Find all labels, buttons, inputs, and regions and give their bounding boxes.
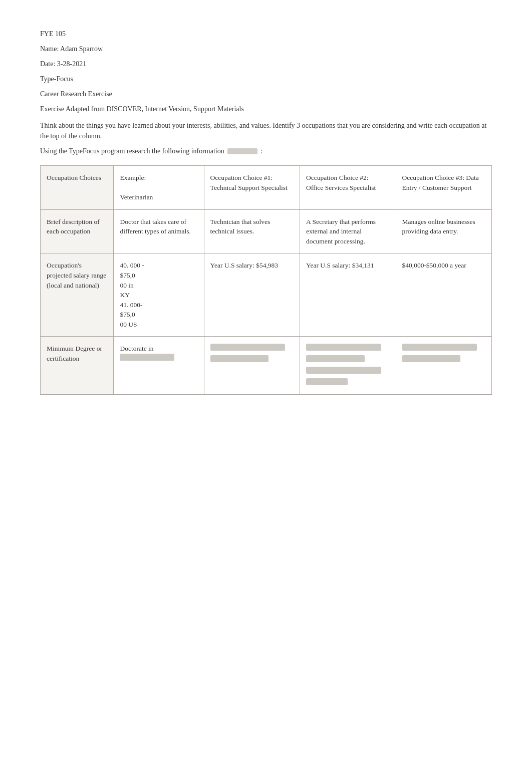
redacted-example — [120, 354, 197, 363]
table-header-row: Occupation Choices Example:Veterinarian … — [41, 166, 492, 210]
salary-choice3: $40,000-$50,000 a year — [396, 253, 492, 337]
redacted-bar — [120, 354, 174, 361]
header-section: FYE 105 Name: Adam Sparrow Date: 3-28-20… — [40, 30, 492, 155]
redacted-bar — [210, 344, 286, 351]
desc-choice3: Manages online businesses providing data… — [396, 209, 492, 253]
table-row-description: Brief description of each occupation Doc… — [41, 209, 492, 253]
redacted-bar — [402, 344, 477, 351]
table-row-salary: Occupation's projected salary range (loc… — [41, 253, 492, 337]
desc-example: Doctor that takes care of different type… — [114, 209, 204, 253]
header-col2: Example:Veterinarian — [114, 166, 204, 210]
type-focus-label: Type-Focus — [40, 75, 492, 83]
redacted-choice2 — [306, 344, 389, 387]
header-col1: Occupation Choices — [41, 166, 114, 210]
header-col4: Occupation Choice #2:Office Services Spe… — [300, 166, 396, 210]
redacted-bar — [402, 355, 461, 362]
degree-choice1 — [204, 337, 300, 395]
redacted-bar — [306, 344, 381, 351]
table-row-degree: Minimum Degree or certification Doctorat… — [41, 337, 492, 395]
using-text: Using the TypeFocus program research the… — [40, 147, 492, 155]
desc-choice1: Technician that solves technical issues. — [204, 209, 300, 253]
adapted-label: Exercise Adapted from DISCOVER, Internet… — [40, 105, 492, 113]
label-description: Brief description of each occupation — [41, 209, 114, 253]
course-code: FYE 105 — [40, 30, 492, 38]
instructions-text: Think about the things you have learned … — [40, 120, 492, 141]
salary-example: 40. 000 -$75,000 inKY41. 000-$75,000 US — [114, 253, 204, 337]
header-col5: Occupation Choice #3: Data Entry / Custo… — [396, 166, 492, 210]
redacted-bar — [306, 378, 348, 385]
degree-example: Doctorate in — [114, 337, 204, 395]
salary-choice1: Year U.S salary: $54,983 — [204, 253, 300, 337]
redacted-bar — [210, 355, 269, 362]
salary-choice2: Year U.S salary: $34,131 — [300, 253, 396, 337]
redacted-bar — [306, 367, 381, 374]
date: Date: 3-28-2021 — [40, 60, 492, 68]
redacted-choice3 — [402, 344, 486, 364]
degree-choice2 — [300, 337, 396, 395]
degree-choice3 — [396, 337, 492, 395]
career-research-table: Occupation Choices Example:Veterinarian … — [40, 165, 492, 395]
redacted-bar — [306, 355, 365, 362]
desc-choice2: A Secretary that performs external and i… — [300, 209, 396, 253]
student-name: Name: Adam Sparrow — [40, 45, 492, 53]
label-salary: Occupation's projected salary range (loc… — [41, 253, 114, 337]
exercise-label: Career Research Exercise — [40, 90, 492, 98]
redacted-inline-block — [227, 148, 257, 154]
header-col3: Occupation Choice #1:Technical Support S… — [204, 166, 300, 210]
redacted-choice1 — [210, 344, 294, 364]
label-degree: Minimum Degree or certification — [41, 337, 114, 395]
